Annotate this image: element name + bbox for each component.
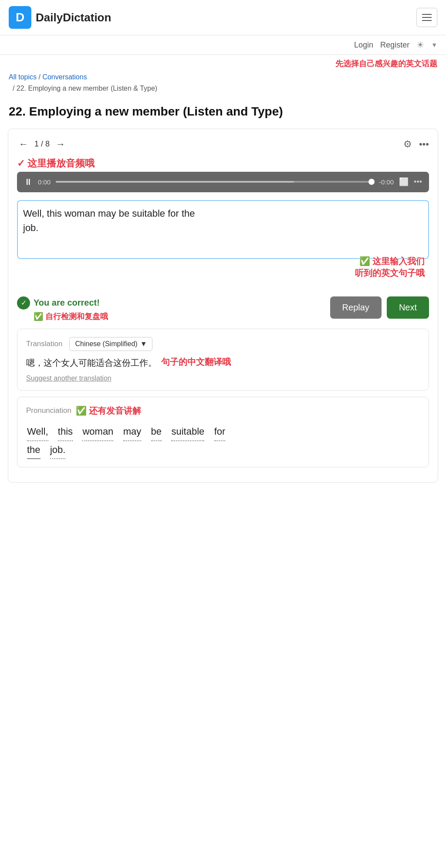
nav-bar: Login Register ☀ ▼ [0,35,446,55]
breadcrumb-sep-2: / [9,85,17,92]
pronunciation-text: Well, this woman may be suitable for the… [26,423,420,459]
dictation-input[interactable] [17,200,429,259]
next-button[interactable]: Next [387,296,429,319]
text-input-wrapper: Well, this woman may be suitable for the… [17,200,429,261]
time-remaining: -0:00 [379,178,394,186]
correct-annotation: ✅ 自行检测和复盘哦 [34,311,108,322]
pronunciation-label: Pronunciation [26,406,71,415]
audio-more-button[interactable]: ••• [414,177,422,187]
pron-word-be: be [151,423,162,441]
pron-word-for: for [214,423,226,441]
hamburger-line-2 [422,17,432,18]
translation-header: Translation Chinese (Simplified) ▼ [26,337,420,351]
translation-text: 嗯，这个女人可能适合这份工作。 [26,356,157,369]
app-header: D DailyDictation [0,0,446,35]
settings-button[interactable]: ⚙ [403,139,412,150]
pron-word-woman: woman [82,423,113,441]
exercise-nav-row: ← 1 / 8 → ⚙ ••• [17,138,429,151]
theme-icon: ☀ [416,40,424,50]
translation-card: Translation Chinese (Simplified) ▼ 嗯，这个女… [17,329,429,391]
breadcrumb-all-topics[interactable]: All topics [9,73,37,81]
audio-annotation: ✓ 这里播放音频哦 [17,157,95,170]
progress-dot [368,179,375,185]
pronunciation-card: Pronunciation ✅ 还有发音讲解 Well, this woman … [17,397,429,467]
pause-button[interactable]: ⏸ [24,177,33,187]
chevron-select-icon: ▼ [140,340,147,348]
audio-player: ⏸ 0:00 -0:00 ⬜ ••• [17,172,429,192]
input-annotation-1: ✅ 这里输入我们 [355,255,425,267]
logo-container: D DailyDictation [9,6,111,29]
nav-icons: ⚙ ••• [403,139,429,150]
suggest-translation-link[interactable]: Suggest another translation [26,374,112,382]
check-circle-icon: ✓ [17,296,30,310]
pron-word-job: job. [50,441,65,460]
correct-section: ✓ You are correct! ✅ 自行检测和复盘哦 [17,296,108,322]
replay-button[interactable]: Replay [330,296,382,319]
chevron-down-icon[interactable]: ▼ [431,41,437,48]
audio-annotation-row: ✓ 这里播放音频哦 [17,157,429,170]
language-option: Chinese (Simplified) [75,340,137,348]
exercise-card: ← 1 / 8 → ⚙ ••• ✓ 这里播放音频哦 ⏸ 0:00 -0:00 ⬜… [8,129,438,483]
pronunciation-header: Pronunciation ✅ 还有发音讲解 [26,405,420,417]
correct-text: You are correct! [34,298,100,308]
logo-icon: D [9,6,31,29]
hamburger-line-1 [422,14,432,15]
input-annotation-2: 听到的英文句子哦 [355,267,425,279]
correct-row: ✓ You are correct! ✅ 自行检测和复盘哦 Replay Nex… [17,296,429,322]
pron-word-the: the [27,441,41,460]
hamburger-button[interactable] [416,8,437,27]
pron-word-may: may [123,423,142,441]
translation-annotation: 句子的中文翻译哦 [161,356,231,368]
language-select[interactable]: Chinese (Simplified) ▼ [69,337,152,351]
pron-word-well: Well, [27,423,48,441]
register-link[interactable]: Register [380,41,409,50]
progress-bar[interactable] [56,181,374,183]
more-options-button[interactable]: ••• [419,139,429,150]
page-title: 22. Employing a new member (Listen and T… [0,96,446,124]
breadcrumb-current: 22. Employing a new member (Listen & Typ… [17,85,157,92]
breadcrumb-conversations[interactable]: Conversations [42,73,87,81]
next-arrow-button[interactable]: → [54,138,67,151]
translation-label: Translation [26,340,62,348]
progress-fill [56,181,294,183]
nav-arrows: ← 1 / 8 → [17,138,67,151]
app-name: DailyDictation [36,11,111,24]
correct-badge: ✓ You are correct! [17,296,108,310]
prev-arrow-button[interactable]: ← [17,138,30,151]
annotation-banner: 先选择自己感兴趣的英文话题 [0,55,446,69]
login-link[interactable]: Login [354,41,373,50]
time-current: 0:00 [38,178,51,186]
hamburger-line-3 [422,20,432,21]
page-counter: 1 / 8 [34,140,50,149]
pron-word-suitable: suitable [171,423,204,441]
pron-word-this: this [58,423,73,441]
cast-button[interactable]: ⬜ [399,177,409,187]
breadcrumb: All topics / Conversations / 22. Employi… [0,69,446,96]
action-buttons: Replay Next [330,296,429,319]
pronunciation-annotation: ✅ 还有发音讲解 [76,405,141,417]
